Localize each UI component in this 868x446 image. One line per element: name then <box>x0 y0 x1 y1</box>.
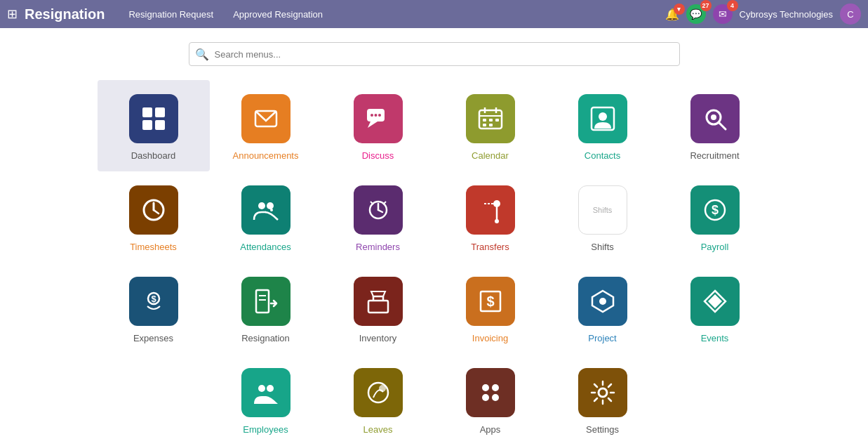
svg-rect-18 <box>489 124 493 126</box>
svg-point-53 <box>267 385 274 392</box>
app-item-expenses[interactable]: $Expenses <box>98 263 210 354</box>
app-item-calendar[interactable]: Calendar <box>434 80 547 171</box>
main-content: 🔍 DashboardAnnouncementsDiscussCalendarC… <box>0 28 868 446</box>
svg-rect-43 <box>256 290 269 313</box>
app-icon-contacts <box>578 94 627 143</box>
app-item-inventory[interactable]: Inventory <box>322 263 434 354</box>
app-item-invoicing[interactable]: $Invoicing <box>434 263 547 354</box>
app-label-calendar: Calendar <box>472 150 509 161</box>
app-label-expenses: Expenses <box>133 333 173 343</box>
svg-rect-3 <box>155 120 165 130</box>
chat-button[interactable]: 💬 27 <box>686 4 706 24</box>
app-label-events: Events <box>701 333 729 343</box>
svg-point-8 <box>374 114 377 117</box>
app-label-inventory: Inventory <box>359 333 396 343</box>
app-label-contacts: Contacts <box>585 150 620 161</box>
app-icon-project <box>578 277 627 326</box>
app-item-reminders[interactable]: Reminders <box>322 171 434 263</box>
user-avatar[interactable]: C <box>840 4 861 25</box>
app-item-project[interactable]: Project <box>547 263 659 354</box>
svg-rect-2 <box>142 120 152 130</box>
svg-point-23 <box>711 114 716 120</box>
bell-dropdown-icon: ▾ <box>674 4 685 15</box>
app-title: Resignation <box>25 6 105 22</box>
svg-point-7 <box>370 114 373 117</box>
app-icon-discuss <box>354 94 403 143</box>
app-item-timesheets[interactable]: Timesheets <box>98 171 210 263</box>
svg-point-59 <box>492 394 499 401</box>
company-name: Cybrosys Technologies <box>740 9 833 20</box>
svg-point-28 <box>267 202 274 209</box>
app-item-employees[interactable]: Employees <box>210 354 322 445</box>
app-item-contacts[interactable]: Contacts <box>547 80 659 171</box>
svg-rect-46 <box>368 301 388 313</box>
app-item-announcements[interactable]: Announcements <box>210 80 322 171</box>
svg-rect-17 <box>483 124 486 126</box>
app-item-apps[interactable]: Apps <box>434 354 547 445</box>
app-grid: DashboardAnnouncementsDiscussCalendarCon… <box>84 73 785 446</box>
app-icon-expenses: $ <box>129 277 178 326</box>
app-item-attendances[interactable]: Attendances <box>210 171 322 263</box>
grid-icon[interactable]: ⊞ <box>7 6 18 22</box>
navbar-right: 🔔 ▾ 💬 27 ✉ 4 Cybrosys Technologies C <box>665 4 861 25</box>
messages-badge: 4 <box>727 0 738 11</box>
app-icon-dashboard <box>129 94 178 143</box>
app-label-employees: Employees <box>243 424 288 435</box>
svg-text:$: $ <box>711 203 718 217</box>
svg-rect-14 <box>483 119 486 122</box>
app-item-leaves[interactable]: Leaves <box>322 354 434 445</box>
app-icon-recruitment <box>690 94 740 143</box>
bell-button[interactable]: 🔔 ▾ <box>665 8 679 21</box>
app-icon-resignation <box>241 277 291 326</box>
svg-rect-15 <box>489 119 493 122</box>
app-icon-calendar <box>466 94 515 143</box>
svg-point-56 <box>482 384 489 391</box>
app-item-events[interactable]: Events <box>659 263 771 354</box>
app-icon-employees <box>241 368 291 417</box>
chat-badge: 27 <box>700 0 712 11</box>
app-icon-timesheets <box>129 185 178 235</box>
app-label-recruitment: Recruitment <box>690 150 739 161</box>
app-icon-announcements <box>241 94 291 143</box>
app-item-settings[interactable]: Settings <box>547 354 659 445</box>
svg-point-29 <box>270 209 273 211</box>
svg-line-26 <box>154 210 159 214</box>
svg-point-54 <box>368 383 388 402</box>
nav-resignation-request[interactable]: Resignation Request <box>126 8 216 21</box>
app-icon-shifts: Shifts <box>578 185 627 235</box>
svg-point-37 <box>495 219 499 223</box>
svg-rect-1 <box>155 107 165 117</box>
app-item-shifts[interactable]: ShiftsShifts <box>547 171 659 263</box>
app-label-payroll: Payroll <box>701 242 729 252</box>
app-label-shifts: Shifts <box>591 242 614 252</box>
app-item-dashboard[interactable]: Dashboard <box>98 80 210 171</box>
search-container: 🔍 <box>0 28 868 73</box>
nav-approved-resignation[interactable]: Approved Resignation <box>230 8 326 21</box>
svg-marker-6 <box>368 122 378 128</box>
app-icon-payroll: $ <box>690 185 740 235</box>
app-item-recruitment[interactable]: Recruitment <box>659 80 771 171</box>
search-input[interactable] <box>215 49 679 60</box>
app-icon-events <box>690 277 740 326</box>
svg-line-34 <box>383 202 386 204</box>
app-label-leaves: Leaves <box>363 424 393 435</box>
svg-point-60 <box>599 388 607 397</box>
svg-line-22 <box>719 122 726 129</box>
svg-line-32 <box>378 210 382 212</box>
svg-point-58 <box>482 394 489 401</box>
app-item-transfers[interactable]: Transfers <box>434 171 547 263</box>
app-label-attendances: Attendances <box>240 242 291 252</box>
app-label-project: Project <box>588 333 616 343</box>
app-item-payroll[interactable]: $Payroll <box>659 171 771 263</box>
app-icon-invoicing: $ <box>466 277 515 326</box>
app-item-resignation[interactable]: Resignation <box>210 263 322 354</box>
app-label-resignation: Resignation <box>241 333 290 343</box>
app-icon-leaves <box>354 368 403 417</box>
app-label-invoicing: Invoicing <box>472 333 508 343</box>
app-icon-reminders <box>354 185 403 235</box>
svg-point-9 <box>378 114 381 117</box>
nav-menu: Resignation Request Approved Resignation <box>126 8 665 21</box>
app-item-discuss[interactable]: Discuss <box>322 80 434 171</box>
app-label-settings: Settings <box>586 424 619 435</box>
messages-button[interactable]: ✉ 4 <box>713 4 733 24</box>
